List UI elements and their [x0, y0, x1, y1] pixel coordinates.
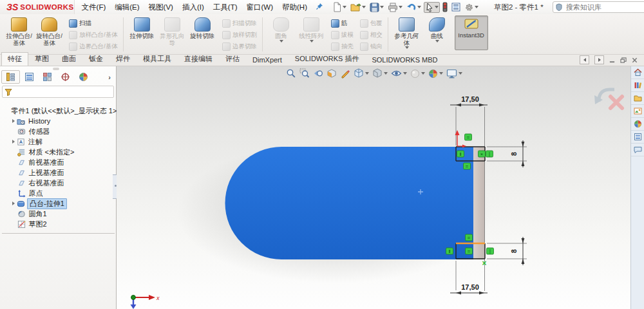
boundary-cut-button[interactable]: 边界切除 — [220, 41, 259, 52]
display-style-button[interactable] — [372, 68, 388, 79]
mirror-button[interactable]: 镜向 — [358, 41, 384, 52]
zoom-to-area-button[interactable] — [299, 68, 310, 79]
task-pane-file-explorer-button[interactable] — [631, 92, 644, 105]
tab-solidworks-mbd[interactable]: SOLIDWORKS MBD — [365, 54, 444, 66]
panel-expand-chevron[interactable]: › — [108, 73, 115, 81]
task-pane-view-palette-button[interactable] — [631, 105, 644, 118]
fillet-dropdown-icon[interactable] — [279, 40, 283, 42]
knowledge-search[interactable] — [553, 1, 644, 13]
tree-filter-box[interactable] — [2, 86, 114, 98]
shell-button[interactable]: 抽壳 — [329, 41, 355, 52]
extruded-boss-button[interactable]: 拉伸凸台/基体 — [4, 15, 34, 46]
sweep-button[interactable]: 扫描 — [67, 17, 93, 29]
draft-button[interactable]: 拔模 — [329, 29, 355, 41]
tab-evaluate[interactable]: 评估 — [219, 52, 246, 66]
save-button[interactable] — [368, 2, 385, 13]
menu-insert[interactable]: 插入(I) — [178, 1, 209, 14]
doc-restore-button[interactable] — [620, 57, 627, 63]
dimension-right-top[interactable]: 8 — [510, 140, 524, 167]
hole-wizard-button[interactable]: 异形孔向导 — [157, 15, 187, 46]
linear-pattern-dropdown-icon[interactable] — [310, 40, 314, 42]
relation-badge[interactable]: × — [478, 151, 486, 157]
tab-dimxpert[interactable]: DimXpert — [246, 54, 289, 66]
sketch-pencil-button[interactable] — [340, 68, 350, 79]
tree-item-annotations[interactable]: A 注解 — [11, 136, 115, 147]
tab-mold-tools[interactable]: 模具工具 — [137, 52, 178, 66]
previous-view-button[interactable] — [313, 68, 323, 79]
revolved-cut-button[interactable]: 旋转切除 — [187, 15, 218, 40]
graphics-viewport[interactable]: 17,50 17,50 8 — [117, 66, 644, 309]
relation-badge[interactable]: = — [466, 248, 473, 254]
dimension-bottom-width[interactable]: 17,50 — [450, 283, 488, 294]
relation-badge[interactable]: ‖ — [457, 151, 464, 157]
view-orientation-button[interactable] — [354, 68, 369, 79]
sketch-rectangle-bottom[interactable] — [456, 243, 485, 259]
tab-display-manager[interactable] — [75, 71, 92, 83]
exit-sketch-arrowhead[interactable] — [594, 95, 603, 104]
search-input[interactable] — [565, 3, 638, 12]
relation-badge[interactable]: ∣ — [487, 248, 494, 254]
tree-item-material[interactable]: 材质 <未指定> — [11, 147, 115, 157]
tab-feature-manager-tree[interactable] — [1, 70, 20, 84]
instant3d-button[interactable]: Instant3D — [455, 15, 488, 50]
tab-scroll-right-button[interactable] — [594, 55, 604, 64]
task-pane-appearances-button[interactable] — [631, 118, 644, 131]
tree-item-origin[interactable]: 原点 — [11, 188, 115, 198]
extruded-cut-button[interactable]: 拉伸切除 — [127, 15, 157, 40]
options-list-button[interactable] — [450, 2, 462, 12]
hide-show-items-button[interactable] — [391, 69, 407, 78]
wrap-button[interactable]: 包覆 — [358, 17, 384, 29]
edit-appearance-button[interactable] — [410, 69, 425, 79]
curves-dropdown-icon[interactable] — [435, 40, 439, 42]
open-file-button[interactable] — [349, 2, 367, 13]
dimension-right-bottom[interactable]: 8 — [510, 237, 524, 265]
revolved-boss-button[interactable]: 旋转凸台/基体 — [34, 15, 64, 46]
pin-menu-icon[interactable] — [316, 3, 323, 12]
sketch-rectangle-top[interactable] — [456, 147, 485, 161]
settings-button[interactable] — [463, 2, 480, 13]
lofted-cut-button[interactable]: 放样切割 — [220, 29, 259, 41]
rib-button[interactable]: 筋 — [329, 17, 350, 29]
doc-minimize-button[interactable] — [609, 57, 615, 63]
panel-collapse-handle[interactable] — [53, 68, 59, 70]
expand-arrow-icon[interactable] — [12, 140, 15, 144]
task-pane-home-button[interactable] — [631, 66, 644, 79]
view-settings-button[interactable] — [446, 69, 462, 79]
tab-sheet-metal[interactable]: 钣金 — [82, 52, 109, 66]
relation-badge[interactable]: ∣ — [486, 151, 493, 157]
expand-arrow-icon[interactable] — [12, 201, 15, 205]
task-pane-forum-button[interactable] — [631, 144, 644, 156]
menu-tools[interactable]: 工具(T) — [209, 1, 242, 14]
reference-geometry-dropdown-icon[interactable] — [405, 46, 409, 49]
curves-button[interactable]: 曲线 — [422, 15, 452, 42]
relation-badge[interactable]: = — [465, 134, 472, 140]
tree-item-sensors[interactable]: 传感器 — [11, 126, 115, 136]
tree-item-history[interactable]: History — [11, 116, 115, 126]
fillet-button[interactable]: 圆角 — [266, 15, 296, 42]
boundary-boss-button[interactable]: 边界凸台/基体 — [67, 41, 120, 52]
zoom-to-fit-button[interactable] — [286, 68, 296, 79]
tab-configuration-manager[interactable] — [39, 71, 56, 83]
intersect-button[interactable]: 相交 — [358, 29, 384, 41]
cancel-sketch-icon[interactable] — [611, 97, 622, 108]
tree-item-boss-extrude1[interactable]: 凸台-拉伸1 — [11, 198, 115, 209]
tree-item-right-plane[interactable]: 右视基准面 — [11, 178, 115, 188]
tree-item-fillet1[interactable]: 圆角1 — [11, 209, 115, 219]
tree-item-front-plane[interactable]: 前视基准面 — [11, 157, 115, 167]
tree-item-top-plane[interactable]: 上视基准面 — [11, 167, 115, 178]
exit-sketch-icon[interactable] — [599, 89, 614, 102]
lofted-boss-button[interactable]: 放样凸台/基体 — [67, 29, 120, 41]
expand-arrow-icon[interactable] — [12, 119, 15, 123]
relation-badge[interactable]: ‖ — [446, 248, 453, 254]
swept-cut-button[interactable]: 扫描切除 — [220, 17, 259, 29]
tab-scroll-left-button[interactable] — [580, 55, 589, 64]
doc-close-button[interactable] — [632, 57, 638, 63]
new-file-button[interactable] — [331, 1, 348, 13]
tab-property-manager[interactable] — [21, 71, 38, 83]
task-pane-design-library-button[interactable] — [631, 79, 644, 92]
tab-dimxpert-manager[interactable] — [57, 71, 74, 83]
relation-badge[interactable]: = — [466, 234, 473, 241]
dimension-top-width[interactable]: 17,50 — [450, 95, 488, 106]
tab-direct-editing[interactable]: 直接编辑 — [178, 52, 219, 66]
tab-solidworks-addins[interactable]: SOLIDWORKS 插件 — [289, 52, 366, 66]
